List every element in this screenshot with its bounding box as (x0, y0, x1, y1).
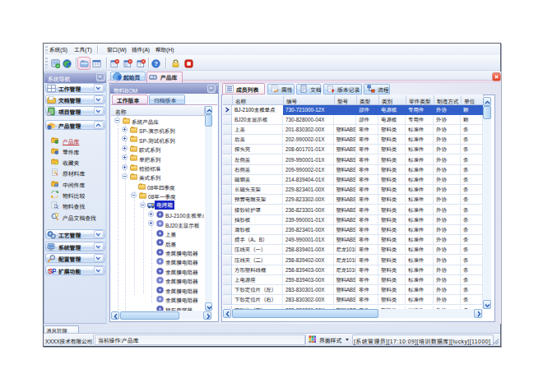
svg-text:P: P (52, 267, 56, 275)
svg-text:?: ? (154, 60, 158, 67)
